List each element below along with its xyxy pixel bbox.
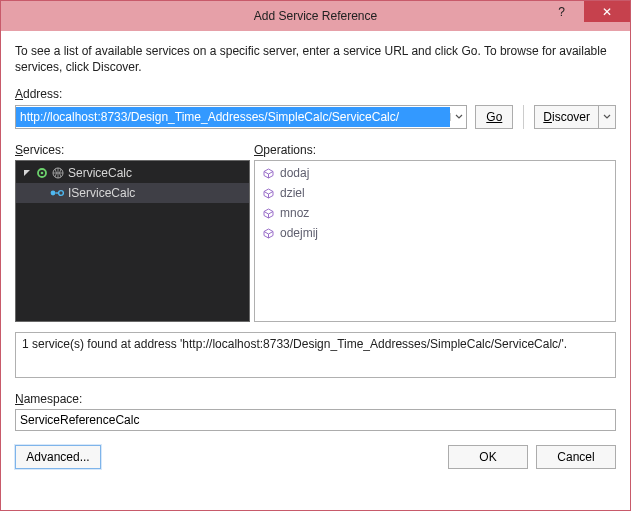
titlebar-buttons: ? ✕ [539,1,630,22]
operations-label: Operations: [254,143,616,157]
footer: Advanced... OK Cancel [15,445,616,469]
operations-list[interactable]: dodaj dziel mnoz odejmij [254,160,616,322]
method-icon [263,168,274,179]
operation-item[interactable]: dodaj [255,163,615,183]
tree-node-service[interactable]: ServiceCalc [16,163,249,183]
operation-label: odejmij [280,226,318,240]
globe-icon [52,167,64,179]
intro-text: To see a list of available services on a… [15,43,616,75]
operations-pane: Operations: dodaj dziel mnoz [254,143,616,322]
ok-button[interactable]: OK [448,445,528,469]
svg-point-1 [41,172,44,175]
method-icon [263,188,274,199]
address-row: Go Discover [15,105,616,129]
svg-point-4 [59,191,64,196]
status-box: 1 service(s) found at address 'http://lo… [15,332,616,378]
close-icon: ✕ [602,5,612,19]
discover-split-button: Discover [534,105,616,129]
separator [523,105,524,129]
operation-item[interactable]: mnoz [255,203,615,223]
go-button[interactable]: Go [475,105,513,129]
help-icon: ? [558,5,565,19]
method-icon [263,228,274,239]
operation-label: dodaj [280,166,309,180]
interface-icon [50,188,64,198]
services-tree[interactable]: ServiceCalc IServiceCalc [15,160,250,322]
address-dropdown-button[interactable] [450,113,466,121]
chevron-down-icon [455,113,463,121]
expand-icon [22,168,32,178]
discover-dropdown-button[interactable] [598,105,616,129]
close-button[interactable]: ✕ [584,1,630,22]
address-input[interactable] [16,107,450,127]
dialog-window: Add Service Reference ? ✕ To see a list … [0,0,631,511]
help-button[interactable]: ? [539,1,584,22]
namespace-label: Namespace: [15,392,616,406]
chevron-down-icon [603,113,611,121]
gear-icon [36,167,48,179]
address-combo[interactable] [15,105,467,129]
operation-label: dziel [280,186,305,200]
services-label: Services: [15,143,250,157]
address-label: Address: [15,87,616,101]
panes: Services: ServiceCalc IServiceCalc Opera [15,143,616,322]
titlebar: Add Service Reference ? ✕ [1,1,630,31]
tree-node-label: ServiceCalc [68,166,132,180]
window-title: Add Service Reference [1,9,630,23]
services-pane: Services: ServiceCalc IServiceCalc [15,143,250,322]
operation-item[interactable]: odejmij [255,223,615,243]
method-icon [263,208,274,219]
tree-node-interface[interactable]: IServiceCalc [16,183,249,203]
advanced-button[interactable]: Advanced... [15,445,101,469]
operation-label: mnoz [280,206,309,220]
tree-node-label: IServiceCalc [68,186,135,200]
status-text: 1 service(s) found at address 'http://lo… [22,337,567,351]
operation-item[interactable]: dziel [255,183,615,203]
client-area: To see a list of available services on a… [1,31,630,510]
cancel-button[interactable]: Cancel [536,445,616,469]
namespace-input[interactable] [15,409,616,431]
svg-point-3 [51,191,56,196]
discover-button[interactable]: Discover [534,105,598,129]
